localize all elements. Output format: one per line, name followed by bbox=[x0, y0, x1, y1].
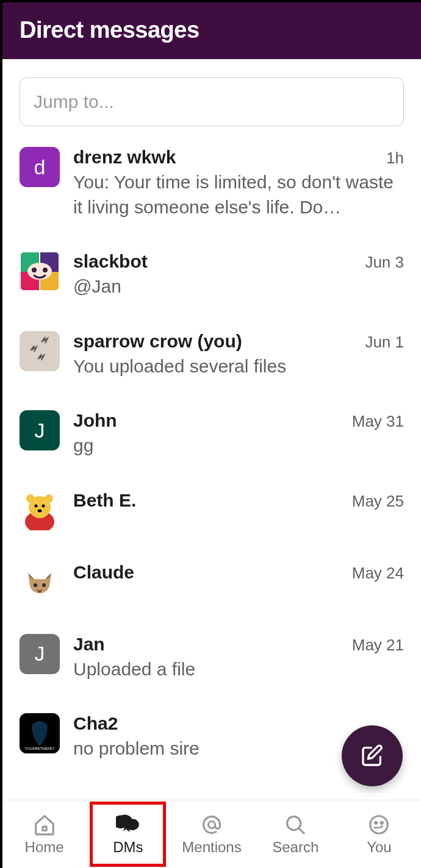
home-icon bbox=[33, 813, 56, 836]
conversation-row[interactable]: Beth E. May 25 bbox=[2, 490, 421, 562]
conversation-name: Jan bbox=[73, 634, 105, 655]
search-icon bbox=[284, 813, 307, 836]
page-title: Direct messages bbox=[20, 17, 404, 43]
svg-point-10 bbox=[42, 504, 45, 507]
svg-text:YOUARETHEKEY: YOUARETHEKEY bbox=[24, 747, 54, 750]
conversation-time: 1h bbox=[386, 149, 404, 168]
svg-point-18 bbox=[208, 821, 215, 828]
svg-point-14 bbox=[42, 583, 46, 587]
svg-point-11 bbox=[38, 509, 42, 512]
conversation-time: May 24 bbox=[352, 564, 404, 583]
conversation-list: d drenz wkwk 1h You: Your time is limite… bbox=[2, 147, 421, 800]
conversation-row[interactable]: d drenz wkwk 1h You: Your time is limite… bbox=[2, 147, 421, 251]
tab-bar: Home DMs Mentions Search You bbox=[2, 800, 421, 868]
avatar: J bbox=[20, 410, 60, 450]
svg-point-1 bbox=[32, 268, 37, 272]
conversation-row[interactable]: J John May 31 gg bbox=[2, 410, 421, 490]
conversation-body: Jan May 21 Uploaded a file bbox=[73, 634, 404, 682]
search-container bbox=[2, 59, 421, 147]
svg-point-9 bbox=[35, 504, 38, 507]
conversation-body: drenz wkwk 1h You: Your time is limited,… bbox=[73, 147, 404, 219]
avatar bbox=[20, 490, 60, 530]
svg-point-8 bbox=[45, 494, 53, 503]
tab-home[interactable]: Home bbox=[2, 800, 86, 868]
you-icon bbox=[367, 813, 390, 836]
conversation-preview: Uploaded a file bbox=[73, 657, 404, 682]
conversation-preview: @Jan bbox=[73, 274, 404, 299]
conversation-preview: You: Your time is limited, so don't wast… bbox=[73, 170, 404, 219]
tab-dms[interactable]: DMs bbox=[86, 800, 170, 868]
conversation-time: May 25 bbox=[352, 492, 404, 511]
compose-button[interactable] bbox=[342, 725, 403, 786]
svg-point-2 bbox=[43, 268, 48, 272]
svg-rect-17 bbox=[42, 827, 46, 830]
tab-label: DMs bbox=[113, 839, 143, 856]
conversation-body: Beth E. May 25 bbox=[73, 490, 404, 511]
conversation-name: drenz wkwk bbox=[73, 147, 176, 168]
conversation-row[interactable]: sparrow crow (you) Jun 1 You uploaded se… bbox=[2, 331, 421, 411]
tab-label: Search bbox=[272, 839, 318, 856]
conversation-body: Claude May 24 bbox=[73, 562, 404, 583]
svg-point-21 bbox=[370, 816, 388, 833]
conversation-time: May 31 bbox=[352, 412, 404, 431]
svg-rect-3 bbox=[20, 331, 60, 371]
conversation-time: Jun 1 bbox=[365, 333, 404, 352]
conversation-name: sparrow crow (you) bbox=[73, 331, 242, 352]
header: Direct messages bbox=[2, 2, 421, 59]
tab-search[interactable]: Search bbox=[254, 800, 337, 868]
tab-mentions[interactable]: Mentions bbox=[170, 800, 253, 868]
conversation-name: Cha2 bbox=[73, 713, 118, 734]
conversation-row[interactable]: J Jan May 21 Uploaded a file bbox=[2, 634, 421, 714]
conversation-time: Jun 3 bbox=[365, 253, 404, 272]
conversation-name: Claude bbox=[73, 562, 134, 583]
conversation-body: John May 31 gg bbox=[73, 410, 404, 458]
svg-line-20 bbox=[299, 828, 304, 833]
tab-you[interactable]: You bbox=[337, 800, 421, 868]
conversation-row[interactable]: Claude May 24 bbox=[2, 562, 421, 634]
conversation-name: John bbox=[73, 410, 117, 431]
conversation-preview: You uploaded several files bbox=[73, 354, 404, 379]
tab-label: Mentions bbox=[182, 839, 241, 856]
conversation-time: May 21 bbox=[352, 636, 404, 655]
avatar bbox=[20, 562, 60, 602]
avatar: J bbox=[20, 634, 60, 674]
avatar: YOUARETHEKEY bbox=[20, 713, 60, 753]
conversation-name: Beth E. bbox=[73, 490, 136, 511]
svg-point-13 bbox=[34, 583, 37, 587]
svg-point-22 bbox=[375, 822, 377, 824]
conversation-body: sparrow crow (you) Jun 1 You uploaded se… bbox=[73, 331, 404, 379]
tab-label: Home bbox=[25, 839, 64, 856]
avatar bbox=[20, 331, 60, 371]
avatar bbox=[20, 251, 60, 291]
conversation-body: slackbot Jun 3 @Jan bbox=[73, 251, 404, 299]
svg-point-23 bbox=[381, 822, 383, 824]
compose-icon bbox=[360, 744, 384, 768]
svg-point-7 bbox=[26, 494, 35, 503]
tab-label: You bbox=[367, 839, 392, 856]
conversation-preview: gg bbox=[73, 433, 404, 458]
mentions-icon bbox=[200, 813, 223, 836]
conversation-row[interactable]: slackbot Jun 3 @Jan bbox=[2, 251, 421, 331]
conversation-name: slackbot bbox=[73, 251, 148, 272]
avatar: d bbox=[20, 147, 60, 187]
jump-to-input[interactable] bbox=[20, 77, 404, 126]
dms-icon bbox=[116, 813, 140, 836]
